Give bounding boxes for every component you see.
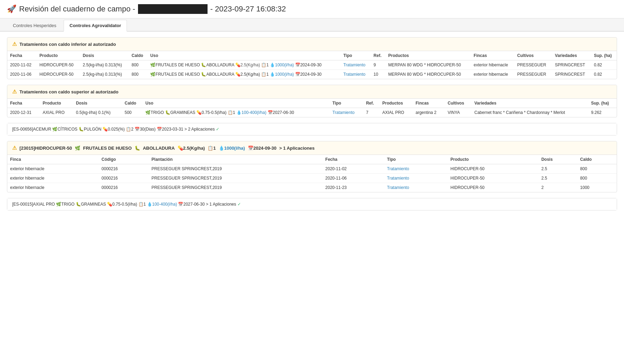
warning-icon-3: ⚠ (12, 145, 17, 151)
tab-hesperides[interactable]: Controles Hesperides (7, 20, 62, 31)
page-title: 🚀 Revisión del cuaderno de campo - - 202… (7, 4, 286, 14)
plant-icon: 🌿 (56, 202, 61, 207)
plant-icon: 🌿 (150, 72, 155, 77)
title-suffix: - 2023-09-27 16:08:32 (210, 5, 286, 14)
section-inferior: ⚠ Tratamientos con caldo inferior al aut… (7, 37, 617, 79)
table-row: 2020-12-31 AXIAL PRO 0.5(kg-l/ha) 0.1(%)… (7, 108, 617, 117)
col-dosis-1: Dosis (80, 51, 129, 60)
bug-icon: 🐛 (201, 72, 206, 77)
col-uso-1: Uso (147, 51, 340, 60)
rocket-icon: 🚀 (7, 5, 16, 14)
section-superior-header: ⚠ Tratamientos con caldo superior al aut… (7, 85, 617, 99)
col-cultivos-2: Cultivos (445, 99, 472, 108)
col-productos-2: Productos (380, 99, 413, 108)
col-producto-3: Producto (448, 155, 538, 164)
tabs-bar: Controles Hesperides Controles Agrovalid… (0, 18, 624, 32)
plant-icon: 🌿 (150, 63, 155, 67)
col-cultivos-1: Cultivos (514, 51, 552, 60)
col-fincas-1: Fincas (471, 51, 514, 60)
tab-agrovalidator[interactable]: Controles Agrovalidator (64, 20, 127, 32)
col-producto-1: Producto (37, 51, 80, 60)
info-box-1: [ES-00656]ACEMUR 🌿CÍTRICOS 🐛PULGÓN 💊0.02… (7, 123, 617, 135)
plant-icon: 🌿 (145, 110, 151, 115)
col-sup-2: Sup. (ha) (588, 99, 617, 108)
table-row: 2020-11-06 HIDROCUPER-50 2.5(kg-l/ha) 0.… (7, 70, 617, 79)
col-tipo-2: Tipo (330, 99, 363, 108)
col-uso-2: Uso (143, 99, 330, 108)
col-tipo-3: Tipo (384, 155, 447, 164)
title-prefix: Revisión del cuaderno de campo - (19, 5, 135, 14)
col-ref-2: Ref. (363, 99, 380, 108)
col-caldo-3: Caldo (577, 155, 617, 164)
table-hidrocuper: Finca Código Plantación Fecha Tipo Produ… (7, 155, 617, 192)
col-fecha-3: Fecha (323, 155, 384, 164)
bug-icon: 🐛 (201, 63, 206, 67)
col-sup-1: Sup. (ha) (591, 51, 617, 60)
table-row: 2020-11-02 HIDROCUPER-50 2.5(kg-l/ha) 0.… (7, 60, 617, 70)
info-box-2: [ES-00015]AXIAL PRO 🌿TRIGO 🐛GRAMINEAS 💊0… (7, 198, 617, 210)
table-inferior: Fecha Producto Dosis Caldo Uso Tipo Ref.… (7, 51, 617, 79)
section-hidrocuper-header: ⚠ [23015]HIDROCUPER-50 🌿FRUTALES DE HUES… (7, 141, 617, 155)
info-line-2: [ES-00015]AXIAL PRO 🌿TRIGO 🐛GRAMINEAS 💊0… (7, 198, 617, 210)
page-container: 🚀 Revisión del cuaderno de campo - - 202… (0, 0, 624, 364)
col-codigo-3: Código (99, 155, 149, 164)
col-dosis-2: Dosis (73, 99, 122, 108)
warning-icon-2: ⚠ (12, 89, 17, 95)
redacted-block (138, 4, 208, 14)
col-caldo-2: Caldo (122, 99, 143, 108)
col-fincas-2: Fincas (413, 99, 445, 108)
content-area: ⚠ Tratamientos con caldo inferior al aut… (0, 32, 624, 222)
bug-icon: 🐛 (79, 127, 84, 132)
col-tipo-1: Tipo (341, 51, 371, 60)
check-icon-2: ✓ (237, 202, 241, 207)
header: 🚀 Revisión del cuaderno de campo - - 202… (0, 0, 624, 18)
table-superior: Fecha Producto Dosis Caldo Uso Tipo Ref.… (7, 99, 617, 117)
col-producto-2: Producto (40, 99, 73, 108)
plant-icon: 🌿 (75, 146, 80, 151)
col-fecha-2: Fecha (7, 99, 40, 108)
col-plantacion-3: Plantación (149, 155, 323, 164)
col-variedades-1: Variedades (552, 51, 591, 60)
warning-icon-1: ⚠ (12, 41, 17, 47)
bug-icon: 🐛 (76, 202, 81, 207)
plant-icon: 🌿 (52, 127, 57, 132)
table-row: exterior hibernacle 0000216 PRESSEGUER S… (7, 174, 617, 183)
col-dosis-3: Dosis (538, 155, 577, 164)
table-row: exterior hibernacle 0000216 PRESSEGUER S… (7, 164, 617, 174)
info-line-1: [ES-00656]ACEMUR 🌿CÍTRICOS 🐛PULGÓN 💊0.02… (7, 123, 617, 135)
bug-icon: 🐛 (135, 146, 140, 151)
col-fecha-1: Fecha (7, 51, 37, 60)
col-caldo-1: Caldo (129, 51, 147, 60)
table-row: exterior hibernacle 0000216 PRESSEGUER S… (7, 183, 617, 192)
col-ref-1: Ref. (371, 51, 386, 60)
section-hidrocuper: ⚠ [23015]HIDROCUPER-50 🌿FRUTALES DE HUES… (7, 141, 617, 192)
col-finca-3: Finca (7, 155, 99, 164)
col-productos-1: Productos (386, 51, 471, 60)
col-variedades-2: Variedades (472, 99, 589, 108)
bug-icon: 🐛 (165, 110, 170, 115)
section-superior: ⚠ Tratamientos con caldo superior al aut… (7, 85, 617, 117)
check-icon: ✓ (216, 127, 219, 132)
section-inferior-header: ⚠ Tratamientos con caldo inferior al aut… (7, 38, 617, 51)
